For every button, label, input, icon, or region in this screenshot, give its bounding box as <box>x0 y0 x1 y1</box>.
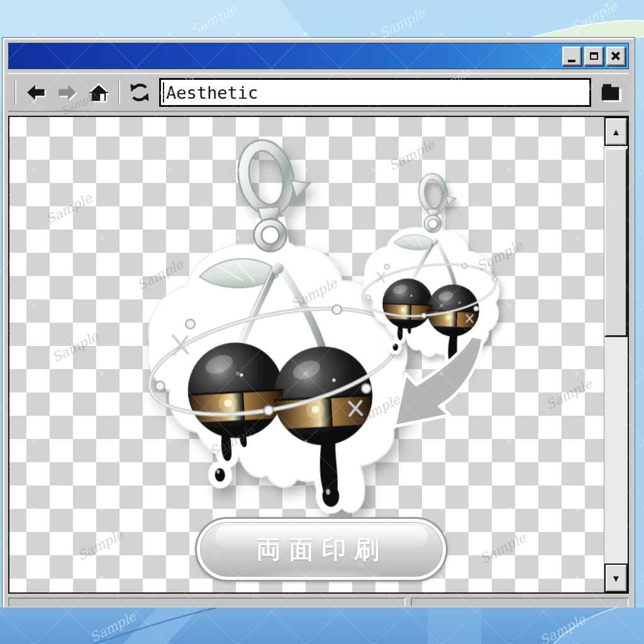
scrollbar-thumb[interactable] <box>604 148 628 337</box>
wave-swoosh <box>0 608 644 644</box>
text-caret <box>163 82 164 103</box>
status-panel <box>8 597 406 608</box>
maximize-icon <box>590 52 598 60</box>
back-arrow-icon <box>25 81 47 104</box>
double-sided-print-button[interactable]: 両面印刷 <box>195 517 448 582</box>
refresh-button[interactable] <box>128 80 152 104</box>
address-text: Aesthetic <box>166 83 258 103</box>
home-icon <box>87 80 111 104</box>
close-icon <box>610 50 621 62</box>
address-bar[interactable]: Aesthetic <box>159 78 591 107</box>
down-arrow-icon: ▼ <box>611 573 621 584</box>
print-button-label: 両面印刷 <box>256 532 387 567</box>
minimize-icon <box>568 60 575 62</box>
toolbar-divider <box>14 80 16 105</box>
folder-button[interactable] <box>599 80 623 104</box>
minimize-button[interactable] <box>562 47 581 65</box>
content-frame: 両面印刷 ▲ ▼ <box>8 116 629 594</box>
titlebar[interactable] <box>8 43 629 69</box>
bottom-wave-band <box>0 608 644 644</box>
status-bar <box>8 597 629 608</box>
forward-arrow-icon <box>56 81 79 104</box>
status-panel <box>411 597 629 608</box>
scrollbar-track[interactable] <box>604 146 628 564</box>
back-button[interactable] <box>24 80 48 104</box>
navigation-toolbar: Aesthetic <box>8 73 629 112</box>
browser-window: Aesthetic <box>3 38 635 608</box>
up-arrow-icon: ▲ <box>611 126 621 137</box>
toolbar-divider <box>118 80 120 105</box>
close-button[interactable] <box>606 47 625 65</box>
scroll-up-button[interactable]: ▲ <box>604 117 628 146</box>
page-viewport: 両面印刷 <box>9 117 604 592</box>
scroll-down-button[interactable]: ▼ <box>604 564 628 592</box>
folder-icon <box>599 80 623 105</box>
maximize-button[interactable] <box>584 47 603 65</box>
charm-large <box>130 131 416 523</box>
desktop-background: Aesthetic <box>0 0 644 644</box>
refresh-icon <box>128 80 152 104</box>
home-button[interactable] <box>87 80 111 104</box>
vertical-scrollbar: ▲ ▼ <box>604 117 628 592</box>
print-button-surface: 両面印刷 <box>200 522 443 577</box>
forward-button[interactable] <box>55 80 79 104</box>
